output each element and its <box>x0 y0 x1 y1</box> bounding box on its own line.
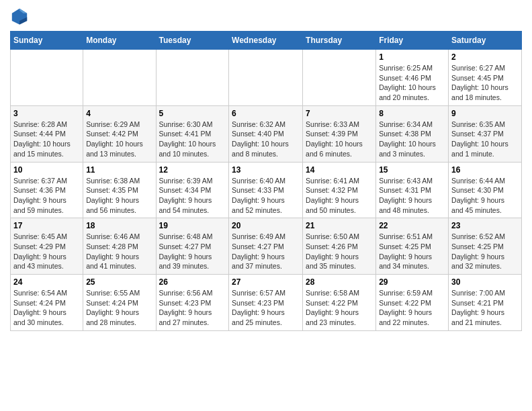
day-number: 28 <box>306 277 373 287</box>
day-number: 18 <box>86 221 152 230</box>
day-info: Sunrise: 6:35 AMSunset: 4:37 PMDaylight:… <box>451 120 519 159</box>
day-info: Sunrise: 6:33 AMSunset: 4:39 PMDaylight:… <box>306 120 373 159</box>
day-number: 25 <box>86 277 152 287</box>
calendar-cell: 13Sunrise: 6:40 AMSunset: 4:33 PMDayligh… <box>229 162 303 218</box>
calendar-cell: 23Sunrise: 6:52 AMSunset: 4:25 PMDayligh… <box>449 218 522 275</box>
day-info: Sunrise: 6:55 AMSunset: 4:24 PMDaylight:… <box>86 288 152 328</box>
day-info: Sunrise: 6:49 AMSunset: 4:27 PMDaylight:… <box>232 232 300 271</box>
day-info: Sunrise: 6:27 AMSunset: 4:45 PMDaylight:… <box>451 63 519 103</box>
day-number: 8 <box>379 109 445 118</box>
day-info: Sunrise: 6:39 AMSunset: 4:34 PMDaylight:… <box>159 176 226 216</box>
day-info: Sunrise: 6:32 AMSunset: 4:40 PMDaylight:… <box>232 120 300 159</box>
calendar-cell <box>156 50 229 106</box>
logo-icon <box>10 7 29 26</box>
logo <box>10 7 32 26</box>
calendar-header-row: SundayMondayTuesdayWednesdayThursdayFrid… <box>11 32 522 50</box>
day-number: 4 <box>86 109 152 118</box>
calendar-cell <box>83 50 156 106</box>
calendar-cell: 24Sunrise: 6:54 AMSunset: 4:24 PMDayligh… <box>11 275 83 331</box>
day-info: Sunrise: 6:29 AMSunset: 4:42 PMDaylight:… <box>86 120 152 159</box>
day-info: Sunrise: 6:50 AMSunset: 4:26 PMDaylight:… <box>306 232 373 271</box>
day-number: 30 <box>451 277 519 287</box>
day-number: 23 <box>451 221 519 230</box>
calendar-cell: 19Sunrise: 6:48 AMSunset: 4:27 PMDayligh… <box>156 218 229 275</box>
day-number: 17 <box>13 221 80 230</box>
day-number: 16 <box>451 165 519 175</box>
day-number: 15 <box>379 165 445 175</box>
calendar-cell: 11Sunrise: 6:38 AMSunset: 4:35 PMDayligh… <box>83 162 156 218</box>
calendar-cell: 4Sunrise: 6:29 AMSunset: 4:42 PMDaylight… <box>83 105 156 162</box>
calendar-week-row: 1Sunrise: 6:25 AMSunset: 4:46 PMDaylight… <box>11 50 522 106</box>
day-number: 12 <box>159 165 226 175</box>
day-info: Sunrise: 6:38 AMSunset: 4:35 PMDaylight:… <box>86 176 152 216</box>
day-number: 20 <box>232 221 300 230</box>
day-number: 10 <box>13 165 80 175</box>
day-info: Sunrise: 6:28 AMSunset: 4:44 PMDaylight:… <box>13 120 80 159</box>
day-number: 24 <box>13 277 80 287</box>
calendar-cell: 18Sunrise: 6:46 AMSunset: 4:28 PMDayligh… <box>83 218 156 275</box>
day-number: 13 <box>232 165 300 175</box>
day-info: Sunrise: 6:58 AMSunset: 4:22 PMDaylight:… <box>306 288 373 328</box>
day-number: 1 <box>379 52 445 62</box>
calendar-day-header: Monday <box>83 32 156 50</box>
calendar-cell: 14Sunrise: 6:41 AMSunset: 4:32 PMDayligh… <box>303 162 376 218</box>
day-info: Sunrise: 6:43 AMSunset: 4:31 PMDaylight:… <box>379 176 445 216</box>
calendar-cell: 1Sunrise: 6:25 AMSunset: 4:46 PMDaylight… <box>376 50 449 106</box>
calendar-cell: 3Sunrise: 6:28 AMSunset: 4:44 PMDaylight… <box>11 105 83 162</box>
calendar-cell: 5Sunrise: 6:30 AMSunset: 4:41 PMDaylight… <box>156 105 229 162</box>
day-number: 5 <box>159 109 226 118</box>
day-info: Sunrise: 6:40 AMSunset: 4:33 PMDaylight:… <box>232 176 300 216</box>
calendar-cell: 10Sunrise: 6:37 AMSunset: 4:36 PMDayligh… <box>11 162 83 218</box>
day-number: 6 <box>232 109 300 118</box>
calendar-cell: 9Sunrise: 6:35 AMSunset: 4:37 PMDaylight… <box>449 105 522 162</box>
day-number: 11 <box>86 165 152 175</box>
calendar-cell: 20Sunrise: 6:49 AMSunset: 4:27 PMDayligh… <box>229 218 303 275</box>
day-info: Sunrise: 6:48 AMSunset: 4:27 PMDaylight:… <box>159 232 226 271</box>
day-info: Sunrise: 6:46 AMSunset: 4:28 PMDaylight:… <box>86 232 152 271</box>
calendar-cell: 17Sunrise: 6:45 AMSunset: 4:29 PMDayligh… <box>11 218 83 275</box>
header <box>10 7 522 26</box>
day-info: Sunrise: 6:59 AMSunset: 4:22 PMDaylight:… <box>379 288 445 328</box>
day-info: Sunrise: 6:54 AMSunset: 4:24 PMDaylight:… <box>13 288 80 328</box>
day-info: Sunrise: 6:57 AMSunset: 4:23 PMDaylight:… <box>232 288 300 328</box>
calendar-cell: 22Sunrise: 6:51 AMSunset: 4:25 PMDayligh… <box>376 218 449 275</box>
day-info: Sunrise: 6:25 AMSunset: 4:46 PMDaylight:… <box>379 63 445 103</box>
day-info: Sunrise: 6:56 AMSunset: 4:23 PMDaylight:… <box>159 288 226 328</box>
calendar-cell: 8Sunrise: 6:34 AMSunset: 4:38 PMDaylight… <box>376 105 449 162</box>
day-info: Sunrise: 6:45 AMSunset: 4:29 PMDaylight:… <box>13 232 80 271</box>
calendar-cell: 12Sunrise: 6:39 AMSunset: 4:34 PMDayligh… <box>156 162 229 218</box>
calendar-week-row: 17Sunrise: 6:45 AMSunset: 4:29 PMDayligh… <box>11 218 522 275</box>
calendar-cell: 21Sunrise: 6:50 AMSunset: 4:26 PMDayligh… <box>303 218 376 275</box>
day-info: Sunrise: 7:00 AMSunset: 4:21 PMDaylight:… <box>451 288 519 328</box>
day-number: 21 <box>306 221 373 230</box>
day-info: Sunrise: 6:51 AMSunset: 4:25 PMDaylight:… <box>379 232 445 271</box>
calendar-day-header: Thursday <box>303 32 376 50</box>
day-number: 3 <box>13 109 80 118</box>
day-info: Sunrise: 6:34 AMSunset: 4:38 PMDaylight:… <box>379 120 445 159</box>
calendar-cell: 30Sunrise: 7:00 AMSunset: 4:21 PMDayligh… <box>449 275 522 331</box>
day-number: 14 <box>306 165 373 175</box>
calendar-cell: 7Sunrise: 6:33 AMSunset: 4:39 PMDaylight… <box>303 105 376 162</box>
day-number: 2 <box>451 52 519 62</box>
day-info: Sunrise: 6:30 AMSunset: 4:41 PMDaylight:… <box>159 120 226 159</box>
day-info: Sunrise: 6:41 AMSunset: 4:32 PMDaylight:… <box>306 176 373 216</box>
calendar-cell: 6Sunrise: 6:32 AMSunset: 4:40 PMDaylight… <box>229 105 303 162</box>
day-number: 9 <box>451 109 519 118</box>
calendar-week-row: 24Sunrise: 6:54 AMSunset: 4:24 PMDayligh… <box>11 275 522 331</box>
calendar-week-row: 3Sunrise: 6:28 AMSunset: 4:44 PMDaylight… <box>11 105 522 162</box>
day-number: 7 <box>306 109 373 118</box>
calendar-cell: 26Sunrise: 6:56 AMSunset: 4:23 PMDayligh… <box>156 275 229 331</box>
calendar-cell <box>229 50 303 106</box>
calendar-cell: 27Sunrise: 6:57 AMSunset: 4:23 PMDayligh… <box>229 275 303 331</box>
day-number: 29 <box>379 277 445 287</box>
calendar-day-header: Sunday <box>11 32 83 50</box>
day-info: Sunrise: 6:37 AMSunset: 4:36 PMDaylight:… <box>13 176 80 216</box>
calendar-cell: 2Sunrise: 6:27 AMSunset: 4:45 PMDaylight… <box>449 50 522 106</box>
day-number: 22 <box>379 221 445 230</box>
day-number: 27 <box>232 277 300 287</box>
calendar-cell: 28Sunrise: 6:58 AMSunset: 4:22 PMDayligh… <box>303 275 376 331</box>
calendar: SundayMondayTuesdayWednesdayThursdayFrid… <box>10 31 522 331</box>
calendar-cell: 15Sunrise: 6:43 AMSunset: 4:31 PMDayligh… <box>376 162 449 218</box>
calendar-day-header: Tuesday <box>156 32 229 50</box>
calendar-day-header: Saturday <box>449 32 522 50</box>
